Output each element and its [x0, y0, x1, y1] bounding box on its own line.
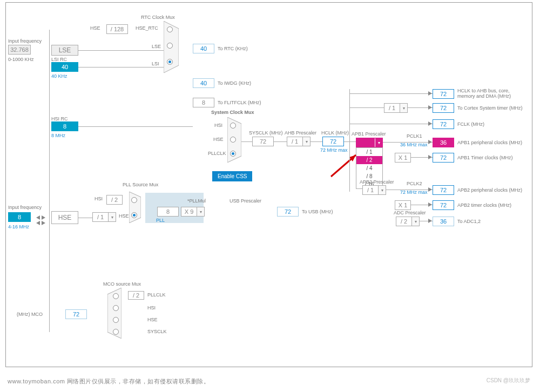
- apb1-timer-label: APB1 Timer clocks (MHz): [457, 155, 513, 160]
- mco-opt-pllclk: PLLCLK: [147, 292, 166, 298]
- sysclk-mux-title: System Clock Mux: [211, 110, 254, 115]
- pllmul-val: X 9: [181, 207, 197, 216]
- cortex-presc-val: / 1: [384, 104, 400, 112]
- hclk-value: 72: [322, 137, 344, 146]
- cortex-presc-sel[interactable]: / 1 ▾: [384, 103, 408, 113]
- lse-freq-box: 32.768: [8, 45, 31, 55]
- pll-hsi-label: HSI: [94, 196, 103, 201]
- sysclk-pllclk-radio[interactable]: [230, 151, 236, 157]
- mco-opt-hse: HSE: [147, 317, 158, 322]
- hse-input-frequency-label: Input frequency: [8, 205, 42, 210]
- apb1-periph-value: 36: [433, 138, 454, 147]
- hse-range-label: 4-16 MHz: [8, 224, 29, 229]
- rtc-mux-hse-radio[interactable]: [167, 26, 173, 32]
- conn-line: [274, 141, 287, 142]
- pll-hse-presc-val: / 1: [93, 213, 108, 221]
- conn-line: [241, 141, 252, 142]
- watermark-text: CSDN @玖玖玖梦: [487, 377, 530, 384]
- conn-line: [349, 124, 433, 124]
- adc-presc-sel[interactable]: / 2 ▾: [396, 217, 420, 226]
- pclk2-label: PCLK2: [407, 181, 422, 186]
- main-vline: [49, 30, 50, 332]
- arrow-icon: [428, 121, 432, 126]
- sysclk-pllclk-label: PLLCLK: [208, 151, 226, 156]
- chevron-down-icon: ▾: [378, 186, 386, 194]
- adc-presc-val: / 2: [396, 217, 411, 226]
- pll-hse-presc[interactable]: / 1 ▾: [92, 212, 116, 222]
- ahb-presc-sel[interactable]: / 1 ▾: [287, 137, 310, 146]
- pclk1-note: 36 MHz max: [400, 142, 428, 147]
- apb2-periph-label: APB2 peripheral clocks (MHz): [457, 187, 522, 193]
- conn-line: [349, 93, 433, 94]
- apb2-periph-value: 72: [433, 185, 454, 195]
- pllmul-label: *PLLMul: [187, 198, 206, 204]
- lse-box: LSE: [51, 45, 78, 56]
- apb1-timer-value: 72: [433, 153, 454, 163]
- arrow-icon: [42, 215, 45, 220]
- sysclk-hse-radio[interactable]: [230, 137, 236, 143]
- sysclk-value: 72: [252, 137, 274, 146]
- rtc-hse-label: HSE: [90, 25, 100, 31]
- fclk-label: FCLK (MHz): [457, 121, 484, 127]
- flitf-value: 8: [193, 98, 214, 107]
- chevron-down-icon: ▾: [375, 138, 382, 147]
- conn-line: [78, 50, 164, 51]
- sysclk-label: SYSCLK (MHz): [249, 130, 283, 136]
- chevron-down-icon: ▾: [411, 217, 419, 226]
- hsi-unit-label: 8 MHz: [51, 133, 65, 138]
- apb1-periph-label: APB1 peripheral clocks (MHz): [457, 140, 522, 145]
- apb2-presc-sel[interactable]: / 1 ▾: [362, 185, 386, 195]
- arrow-icon: [428, 155, 432, 159]
- mco-opt-hsi: HSI: [147, 305, 156, 310]
- adc-title: ADC Prescaler: [394, 210, 426, 215]
- flitf-label: To FLITFCLK (MHz): [218, 100, 261, 105]
- rtc-mux-lse-radio[interactable]: [167, 43, 173, 49]
- arrow-icon: [428, 187, 432, 192]
- chevron-down-icon: ▾: [197, 207, 204, 216]
- rtc-mux-title: RTC Clock Mux: [141, 15, 175, 20]
- lsi-rc-label: LSI RC: [51, 57, 67, 62]
- enable-css-button[interactable]: Enable CSS: [212, 171, 252, 181]
- apb2-timer-mul: X 1: [395, 200, 411, 210]
- sysclk-hsi-radio[interactable]: [230, 123, 236, 129]
- pll-src-hsi-radio[interactable]: [131, 197, 137, 203]
- lsi-value-box: 40: [51, 62, 78, 72]
- apb1-presc-sel[interactable]: ▾: [356, 138, 383, 147]
- chevron-down-icon: ▾: [302, 137, 310, 146]
- lsi-unit-label: 40 KHz: [51, 73, 68, 79]
- hclk-ahb-label: HCLK to AHB bus, core, memory and DMA (M…: [457, 88, 528, 99]
- lse-range-label: 0-1000 KHz: [8, 57, 34, 62]
- pll-hse-label: HSE: [119, 213, 129, 219]
- conn-line: [78, 218, 92, 218]
- mco-label: (MHz) MCO: [17, 312, 43, 317]
- hse-box: HSE: [51, 211, 78, 224]
- apb1-presc-val: [356, 138, 375, 147]
- mco-pllclk-radio[interactable]: [113, 293, 119, 299]
- mco-hsi-radio[interactable]: [113, 305, 119, 311]
- conn-line: [349, 89, 350, 192]
- conn-line: [344, 141, 356, 142]
- apb1-title: APB1 Prescaler: [352, 131, 386, 137]
- pll-src-hse-radio[interactable]: [131, 212, 137, 218]
- arrow-icon: [428, 140, 432, 144]
- rtc-lsi-label: LSI: [152, 61, 159, 66]
- arrow-icon: [36, 221, 40, 225]
- pllmul-sel[interactable]: X 9 ▾: [181, 207, 205, 217]
- mco-sysclk-radio[interactable]: [113, 329, 119, 335]
- adc-label: To ADC1,2: [457, 219, 481, 224]
- rtc-mux-lsi-radio[interactable]: [167, 59, 173, 65]
- pclk2-note: 72 MHz max: [400, 190, 428, 195]
- adc-value: 36: [433, 217, 454, 226]
- sysclk-hsi-label: HSI: [214, 123, 222, 128]
- conn-line: [310, 141, 322, 142]
- mco-hse-radio[interactable]: [113, 317, 119, 323]
- pll-src-mux-shape: [129, 192, 141, 223]
- conn-line: [383, 142, 433, 143]
- hse-freq-box[interactable]: 8: [8, 212, 31, 222]
- conn-line: [78, 126, 193, 127]
- rtc-hse-div: / 128: [106, 24, 128, 34]
- cortex-value: 72: [433, 103, 454, 113]
- mco-opt-sysclk: SYSCLK: [147, 329, 167, 334]
- arrow-icon: [428, 91, 432, 96]
- pclk1-label: PCLK1: [407, 133, 422, 139]
